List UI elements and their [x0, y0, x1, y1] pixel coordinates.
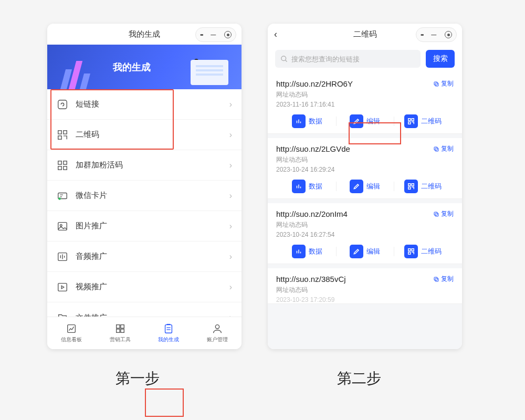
svg-rect-36: [408, 252, 410, 254]
menu-shortlink[interactable]: 短链接 ›: [47, 89, 242, 120]
step-label-2: 第二步: [337, 369, 381, 388]
svg-rect-34: [408, 249, 410, 251]
chevron-right-icon: ›: [229, 100, 232, 109]
svg-rect-37: [435, 278, 438, 281]
tab-dashboard[interactable]: 信息看板: [47, 317, 96, 349]
link-type: 网址动态码: [276, 286, 454, 295]
close-icon[interactable]: [224, 31, 232, 38]
search-button[interactable]: 搜索: [426, 50, 455, 68]
minimize-icon[interactable]: —: [211, 32, 216, 38]
qr-small-icon: [404, 180, 418, 193]
svg-rect-16: [121, 325, 124, 328]
tabbar: 信息看板 营销工具 我的生成 账户管理: [47, 317, 242, 349]
svg-rect-0: [58, 100, 67, 109]
action-data[interactable]: 数据: [278, 114, 336, 128]
audio-icon: [57, 251, 68, 262]
action-qr[interactable]: 二维码: [394, 114, 452, 128]
svg-rect-2: [64, 130, 67, 133]
chevron-right-icon: ›: [229, 130, 232, 140]
action-data[interactable]: 数据: [278, 245, 336, 258]
svg-rect-26: [408, 122, 410, 124]
menu-image-promo[interactable]: 图片推广 ›: [47, 211, 242, 242]
svg-rect-6: [58, 166, 61, 169]
page-title: 我的生成: [129, 29, 160, 39]
action-edit[interactable]: 编辑: [336, 180, 394, 193]
menu-qrcode[interactable]: 二维码 ›: [47, 120, 242, 150]
svg-rect-24: [408, 119, 410, 121]
svg-rect-28: [434, 147, 437, 150]
svg-rect-27: [435, 148, 438, 151]
copy-button[interactable]: 复制: [433, 275, 454, 284]
action-data[interactable]: 数据: [278, 180, 336, 193]
action-edit[interactable]: 编辑: [336, 245, 394, 258]
search-input-wrap[interactable]: [275, 50, 421, 68]
action-edit[interactable]: 编辑: [336, 114, 394, 128]
svg-rect-22: [435, 83, 438, 86]
svg-rect-29: [408, 184, 410, 186]
chevron-right-icon: ›: [229, 222, 232, 231]
svg-rect-25: [412, 119, 414, 121]
chevron-right-icon: ›: [229, 191, 232, 201]
search-icon: [280, 55, 288, 63]
link-type: 网址动态码: [276, 90, 454, 99]
svg-point-21: [281, 56, 286, 60]
copy-icon: [433, 276, 439, 282]
link-time: 2023-10-24 16:27:54: [276, 231, 454, 238]
tools-icon: [114, 323, 126, 334]
svg-rect-15: [116, 325, 119, 328]
pencil-icon: [350, 114, 363, 128]
menu-wechat-card[interactable]: 微信卡片 ›: [47, 181, 242, 211]
pencil-icon: [350, 245, 363, 258]
svg-rect-3: [58, 135, 61, 139]
link-card: http://suo.nz/2HRO6Y 复制 网址动态码 2023-11-16…: [268, 73, 462, 134]
user-icon: [212, 323, 223, 334]
pencil-icon: [350, 180, 363, 193]
search-input[interactable]: [291, 55, 415, 63]
svg-point-20: [215, 325, 219, 329]
more-icon[interactable]: •••: [421, 32, 423, 38]
page-title: 二维码: [353, 29, 377, 39]
wechat-capsule[interactable]: ••• —: [195, 27, 236, 42]
copy-button[interactable]: 复制: [433, 144, 454, 153]
copy-button[interactable]: 复制: [433, 79, 454, 88]
link-icon: [57, 99, 68, 110]
file-icon: [57, 312, 68, 317]
svg-rect-4: [58, 161, 61, 164]
notebook-icon: [163, 323, 174, 334]
phone-left: 我的生成 ••• — 我的生成 短链接 › 二维码 ›: [47, 24, 242, 349]
bars-icon: [292, 180, 306, 193]
searchbar: 搜索: [268, 45, 462, 73]
svg-rect-33: [434, 212, 437, 215]
svg-rect-10: [58, 222, 67, 230]
menu-group-qr[interactable]: 加群加粉活码 ›: [47, 150, 242, 181]
action-qr[interactable]: 二维码: [394, 245, 452, 258]
qr-icon: [57, 129, 68, 141]
copy-icon: [433, 81, 439, 87]
svg-rect-17: [116, 329, 119, 332]
qr-small-icon: [404, 245, 418, 258]
more-icon[interactable]: •••: [200, 32, 203, 38]
phone-right: ‹ 二维码 ••• — 搜索 http://suo.nz/2HRO6Y 复制: [268, 24, 462, 349]
copy-button[interactable]: 复制: [433, 209, 454, 218]
back-icon[interactable]: ‹: [274, 29, 277, 40]
chevron-right-icon: ›: [229, 252, 232, 261]
link-list: http://suo.nz/2HRO6Y 复制 网址动态码 2023-11-16…: [268, 73, 462, 349]
action-qr[interactable]: 二维码: [394, 180, 452, 193]
wechat-capsule[interactable]: ••• —: [416, 27, 457, 42]
chevron-right-icon: ›: [229, 282, 232, 292]
copy-icon: [433, 146, 439, 152]
svg-rect-32: [435, 213, 438, 216]
menu-audio-promo[interactable]: 音频推广 ›: [47, 242, 242, 272]
svg-rect-13: [58, 283, 67, 291]
minimize-icon[interactable]: —: [431, 32, 436, 38]
menu-video-promo[interactable]: 视频推广 ›: [47, 272, 242, 302]
banner-title: 我的生成: [113, 61, 151, 74]
tab-my-generate[interactable]: 我的生成: [144, 317, 193, 349]
menu-file-promo[interactable]: 文件推广 ›: [47, 302, 242, 317]
close-icon[interactable]: [445, 31, 452, 38]
svg-rect-5: [64, 161, 67, 164]
svg-rect-23: [434, 82, 437, 85]
svg-rect-38: [434, 277, 437, 280]
tab-tools[interactable]: 营销工具: [96, 317, 145, 349]
tab-account[interactable]: 账户管理: [193, 317, 242, 349]
